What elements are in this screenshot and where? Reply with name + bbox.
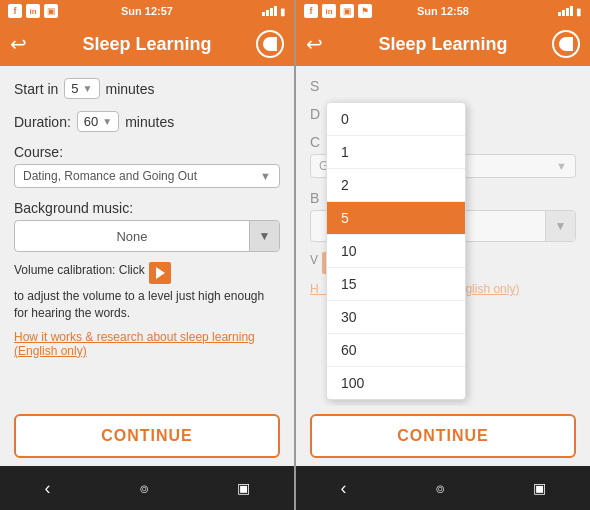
- dropdown-item-100[interactable]: 100: [327, 367, 465, 399]
- music-select[interactable]: None ▼: [14, 220, 280, 252]
- duration-label-r: D: [310, 106, 320, 122]
- status-icons-left: f in ▣: [8, 4, 58, 18]
- duration-select[interactable]: 60 ▼: [77, 111, 119, 132]
- dropdown-item-1[interactable]: 1: [327, 136, 465, 169]
- continue-button-right[interactable]: CONTINUE: [310, 414, 576, 458]
- start-in-minutes: minutes: [106, 81, 155, 97]
- battery-icon-r: ▮: [576, 6, 582, 17]
- header-title-right: Sleep Learning: [378, 34, 507, 55]
- course-label-r: C: [310, 134, 320, 150]
- status-time-right: Sun 12:58: [417, 5, 469, 17]
- course-chevron-r: ▼: [556, 160, 567, 172]
- nav-home-right[interactable]: ⌾: [436, 480, 444, 496]
- status-icons-right: f in ▣ ⚑: [304, 4, 372, 18]
- social-icon-r3: ▣: [340, 4, 354, 18]
- status-right-left: ▮: [262, 6, 286, 17]
- duration-label: Duration:: [14, 114, 71, 130]
- signal-icon: [262, 6, 277, 16]
- back-button-left[interactable]: ↩: [10, 32, 27, 56]
- app-header-left: ↩ Sleep Learning: [0, 22, 294, 66]
- panel-left: f in ▣ Sun 12:57 ▮ ↩ Sleep Learning Star…: [0, 0, 294, 510]
- bg-music-section: Background music: None ▼: [14, 200, 280, 252]
- duration-chevron: ▼: [102, 116, 112, 127]
- nav-back-left[interactable]: ‹: [45, 478, 51, 499]
- app-header-right: ↩ Sleep Learning: [296, 22, 590, 66]
- social-icon-r4: ⚑: [358, 4, 372, 18]
- panel-right: f in ▣ ⚑ Sun 12:58 ▮ ↩ Sleep Learning: [296, 0, 590, 510]
- toggle-inner-left: [263, 37, 277, 51]
- bg-music-label: Background music:: [14, 200, 280, 216]
- theme-toggle-right[interactable]: [552, 30, 580, 58]
- start-in-label-r: S: [310, 78, 319, 94]
- course-select[interactable]: Dating, Romance and Going Out ▼: [14, 164, 280, 188]
- dropdown-item-30[interactable]: 30: [327, 301, 465, 334]
- course-value: Dating, Romance and Going Out: [23, 169, 197, 183]
- start-in-row-r: S: [310, 78, 576, 94]
- play-button[interactable]: [149, 262, 171, 284]
- research-link[interactable]: How it works & research about sleep lear…: [14, 330, 280, 358]
- volume-text-1: Volume calibration: Click: [14, 262, 145, 279]
- start-in-row: Start in 5 ▼ minutes: [14, 78, 280, 99]
- dropdown-item-10[interactable]: 10: [327, 235, 465, 268]
- dropdown-item-15[interactable]: 15: [327, 268, 465, 301]
- content-left: Start in 5 ▼ minutes Duration: 60 ▼ minu…: [0, 66, 294, 406]
- bottom-nav-left: ‹ ⌾ ▣: [0, 466, 294, 510]
- facebook-icon-r: f: [304, 4, 318, 18]
- status-right-right: ▮: [558, 6, 582, 17]
- course-row: Course: Dating, Romance and Going Out ▼: [14, 144, 280, 188]
- toggle-inner-right: [559, 37, 573, 51]
- battery-icon: ▮: [280, 6, 286, 17]
- dropdown-item-0[interactable]: 0: [327, 103, 465, 136]
- status-bar-left: f in ▣ Sun 12:57 ▮: [0, 0, 294, 22]
- header-title-left: Sleep Learning: [82, 34, 211, 55]
- social-icon-r2: in: [322, 4, 336, 18]
- start-in-label: Start in: [14, 81, 58, 97]
- signal-icon-r: [558, 6, 573, 16]
- start-in-chevron: ▼: [83, 83, 93, 94]
- nav-back-right[interactable]: ‹: [341, 478, 347, 499]
- status-bar-right: f in ▣ ⚑ Sun 12:58 ▮: [296, 0, 590, 22]
- course-chevron: ▼: [260, 170, 271, 182]
- duration-value: 60: [84, 114, 98, 129]
- music-chevron-r: ▼: [545, 211, 575, 241]
- social-icon-2: in: [26, 4, 40, 18]
- dropdown-item-5[interactable]: 5: [327, 202, 465, 235]
- status-time-left: Sun 12:57: [121, 5, 173, 17]
- theme-toggle-left[interactable]: [256, 30, 284, 58]
- facebook-icon: f: [8, 4, 22, 18]
- dropdown-item-2[interactable]: 2: [327, 169, 465, 202]
- music-chevron: ▼: [249, 221, 279, 251]
- volume-section: Volume calibration: Click to adjust the …: [14, 262, 280, 322]
- nav-menu-right[interactable]: ▣: [533, 480, 546, 496]
- social-icon-3: ▣: [44, 4, 58, 18]
- bottom-nav-right: ‹ ⌾ ▣: [296, 466, 590, 510]
- start-in-select[interactable]: 5 ▼: [64, 78, 99, 99]
- nav-menu-left[interactable]: ▣: [237, 480, 250, 496]
- content-right: S D C Going Out ▼ B None ▼: [296, 66, 590, 406]
- dropdown-item-60[interactable]: 60: [327, 334, 465, 367]
- volume-partial-r: V: [310, 252, 318, 269]
- back-button-right[interactable]: ↩: [306, 32, 323, 56]
- music-value: None: [15, 223, 249, 250]
- play-icon: [156, 267, 165, 279]
- duration-row: Duration: 60 ▼ minutes: [14, 111, 280, 132]
- continue-button-left[interactable]: CONTINUE: [14, 414, 280, 458]
- duration-minutes: minutes: [125, 114, 174, 130]
- nav-home-left[interactable]: ⌾: [140, 480, 148, 496]
- start-in-dropdown[interactable]: 0 1 2 5 10 15 30 60 100: [326, 102, 466, 400]
- volume-text-2: to adjust the volume to a level just hig…: [14, 288, 280, 322]
- course-label: Course:: [14, 144, 63, 160]
- start-in-value: 5: [71, 81, 78, 96]
